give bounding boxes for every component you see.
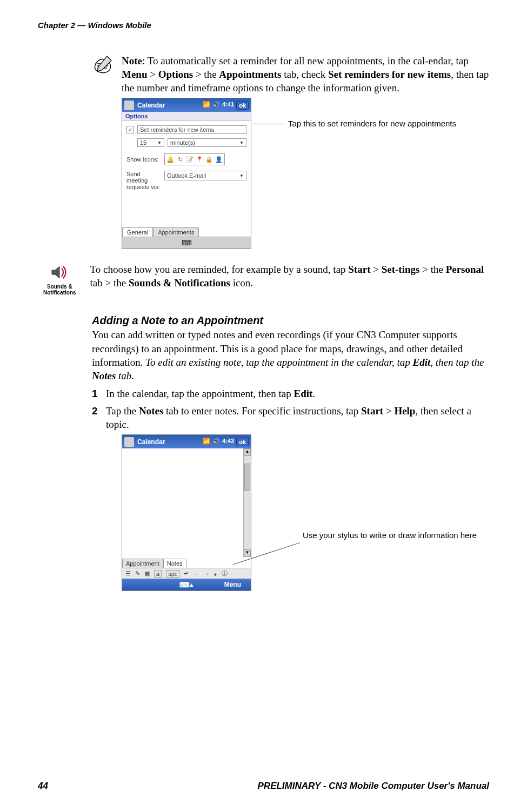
sip-bar[interactable]: ⌨ bbox=[122, 237, 251, 249]
volume-icon: 🔊 bbox=[212, 438, 220, 446]
options-label: Options bbox=[122, 112, 251, 121]
heading-adding-note: Adding a Note to an Appointment bbox=[92, 314, 489, 327]
backspace-icon[interactable]: ⬥ bbox=[214, 571, 217, 577]
note-text: Note: To automatically set a reminder fo… bbox=[122, 54, 489, 95]
start-flag-icon[interactable] bbox=[124, 437, 134, 447]
note-small-icon[interactable]: 📝 bbox=[185, 155, 194, 164]
recur-icon[interactable]: ↻ bbox=[176, 155, 184, 164]
phone-screenshot-options: Calendar 📶 🔊 4:41 ok Options ✓ Set remin… bbox=[122, 98, 251, 249]
tab-notes[interactable]: Notes bbox=[163, 559, 186, 568]
reminders-checkbox[interactable]: ✓ bbox=[126, 126, 134, 133]
callout-line bbox=[252, 124, 285, 124]
signal-icon: 📶 bbox=[203, 101, 210, 110]
send-requests-label: Send meetingrequests via: bbox=[126, 171, 161, 190]
phone-screenshot-notes: Calendar 📶 🔊 4:43 ok ▲ ▼ Appointment Not… bbox=[122, 434, 251, 591]
tabbar: General Appointments bbox=[122, 227, 199, 237]
notes-drawing-area[interactable] bbox=[122, 448, 243, 557]
keyboard-icon[interactable]: ⌨▴ bbox=[179, 581, 194, 589]
scrollbar[interactable]: ▲ ▼ bbox=[243, 448, 251, 557]
page-footer: 44 PRELIMINARY - CN3 Mobile Computer Use… bbox=[38, 781, 489, 791]
grid-icon[interactable]: ▦ bbox=[144, 570, 150, 577]
sip-toolbar[interactable]: ☰ ✎ ▦ a spc ↵ ← → ⬥ ⓘ bbox=[122, 568, 251, 579]
private-icon[interactable]: 🔒 bbox=[205, 155, 214, 164]
page-header: Chapter 2 — Windows Mobile bbox=[38, 21, 151, 30]
location-icon[interactable]: 📍 bbox=[195, 155, 204, 164]
attendee-icon[interactable]: 👤 bbox=[215, 155, 223, 164]
tab-appointment[interactable]: Appointment bbox=[122, 559, 163, 568]
app-title: Calendar bbox=[137, 102, 165, 109]
clock-text: 4:41 bbox=[222, 101, 234, 110]
tab-general[interactable]: General bbox=[122, 227, 153, 237]
bell-icon[interactable]: 🔔 bbox=[166, 155, 175, 164]
step-1: 1 In the calendar, tap the appointment, … bbox=[92, 387, 489, 400]
scroll-thumb[interactable] bbox=[244, 464, 250, 491]
scroll-up-icon[interactable]: ▲ bbox=[244, 448, 251, 456]
callout-reminder-text: Tap this to set reminders for new appoin… bbox=[288, 119, 456, 128]
callout-stylus-text: Use your stylus to write or draw informa… bbox=[303, 531, 477, 540]
ok-button-2[interactable]: ok bbox=[236, 438, 249, 446]
step-2: 2 Tap the Notes tab to enter notes. For … bbox=[92, 404, 489, 432]
sounds-text: To choose how you are reminded, for exam… bbox=[90, 263, 489, 290]
titlebar-2: Calendar 📶 🔊 4:43 ok bbox=[122, 435, 251, 448]
list-icon[interactable]: ☰ bbox=[125, 570, 131, 577]
app-title-2: Calendar bbox=[137, 438, 165, 446]
reminders-label: Set reminders for new items bbox=[137, 125, 246, 134]
volume-icon: 🔊 bbox=[212, 101, 220, 110]
clock-text-2: 4:43 bbox=[222, 438, 234, 446]
reminder-number-dropdown[interactable]: 15▼ bbox=[137, 138, 164, 147]
pen-icon[interactable]: ✎ bbox=[135, 570, 140, 577]
help-icon[interactable]: ⓘ bbox=[222, 569, 228, 578]
send-via-dropdown[interactable]: Outlook E-mail▼ bbox=[164, 171, 246, 180]
show-icons-label: Show icons: bbox=[126, 156, 161, 163]
manual-title: PRELIMINARY - CN3 Mobile Computer User's… bbox=[258, 781, 489, 791]
enter-icon[interactable]: ↵ bbox=[184, 570, 189, 577]
note-block: Note: To automatically set a reminder fo… bbox=[92, 54, 489, 95]
letter-a-icon[interactable]: a bbox=[154, 570, 162, 578]
start-flag-icon[interactable] bbox=[124, 100, 134, 110]
reminder-unit-dropdown[interactable]: minute(s)▼ bbox=[168, 138, 246, 147]
scroll-down-icon[interactable]: ▼ bbox=[244, 549, 251, 557]
tabbar-2: Appointment Notes bbox=[122, 559, 186, 568]
sounds-notifications-icon: Sounds &Notifications bbox=[43, 263, 76, 296]
ok-button[interactable]: ok bbox=[236, 101, 249, 110]
right-arrow-icon[interactable]: → bbox=[203, 571, 209, 577]
page-number: 44 bbox=[38, 781, 48, 791]
menu-button[interactable]: Menu bbox=[224, 581, 241, 588]
note-pencil-icon bbox=[92, 54, 114, 76]
tab-appointments[interactable]: Appointments bbox=[153, 227, 199, 237]
signal-icon: 📶 bbox=[203, 438, 210, 446]
menubar: ⌨▴ Menu bbox=[122, 579, 251, 590]
adding-note-body: You can add written or typed notes and e… bbox=[92, 328, 489, 382]
titlebar: Calendar 📶 🔊 4:41 ok bbox=[122, 98, 251, 112]
show-icons-row[interactable]: 🔔 ↻ 📝 📍 🔒 👤 bbox=[164, 153, 225, 165]
left-arrow-icon[interactable]: ← bbox=[193, 571, 199, 577]
space-key[interactable]: spc bbox=[166, 570, 179, 578]
